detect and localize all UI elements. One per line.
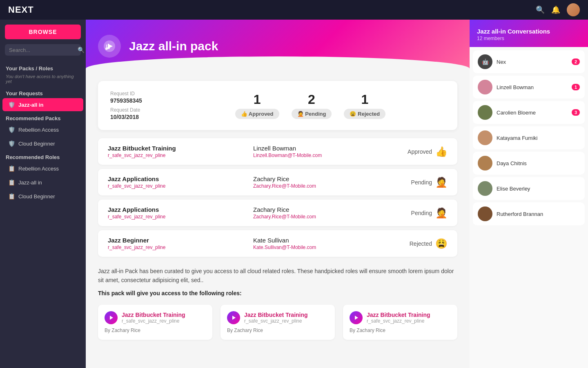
member-list: 🤖 Nex 2 Linzell Bowman 1 Carolien Bloeme… [470, 47, 588, 231]
svg-marker-8 [355, 316, 358, 320]
search-input[interactable] [9, 47, 78, 53]
pending-count: 2 [292, 92, 332, 107]
member-item[interactable]: Katayama Fumiki [473, 126, 585, 149]
member-avatar [478, 156, 492, 171]
member-item[interactable]: Daya Chitnis [473, 152, 585, 175]
main-layout: BROWSE 🔍 Your Packs / Roles You don't ha… [0, 20, 588, 368]
member-avatar [478, 181, 492, 196]
approval-title: Jazz Beginner [108, 237, 245, 244]
member-avatar [478, 206, 492, 221]
status-emoji: 👍 [435, 146, 448, 157]
pack-card-icon [227, 311, 240, 324]
request-id-label: Request ID [110, 91, 159, 96]
member-item[interactable]: Rutherford Brannan [473, 202, 585, 225]
rejected-count: 1 [344, 92, 385, 107]
approval-sub: r_safe_svc_jazz_rev_pline [108, 245, 245, 250]
sidebar-item-label: Jazz-all in [18, 180, 42, 186]
approved-stat: 1 👍 Approved [235, 92, 279, 119]
shield-icon: 🛡️ [8, 101, 15, 108]
role-icon: 📋 [8, 179, 15, 186]
svg-point-3 [107, 47, 110, 49]
member-name: Nex [497, 59, 568, 65]
sidebar-item-rebellion-access-role[interactable]: 📋 Rebellion Access [2, 162, 83, 175]
user-email: Linzell.Bowman@T-Mobile.com [253, 153, 390, 158]
member-badge: 2 [572, 58, 580, 65]
approval-row: Jazz Beginner r_safe_svc_jazz_rev_pline … [98, 230, 457, 257]
members-count: 12 members [477, 36, 581, 41]
pack-icon: 🛡️ [8, 126, 15, 133]
search-box: 🔍 [5, 44, 81, 56]
member-name: Linzell Bowman [497, 84, 568, 90]
pack-icon: 🛡️ [8, 140, 15, 147]
member-name: Elise Beverley [497, 186, 580, 192]
pack-card-sub: r_safe_svc_jazz_rev_pline [244, 318, 308, 324]
description-text: Jazz all-in Pack has been curated to giv… [98, 267, 457, 285]
member-avatar [478, 80, 492, 94]
pack-card-title-text: Jazz Bitbucket Training r_safe_svc_jazz_… [122, 312, 185, 324]
hero-icon [98, 35, 121, 58]
notification-icon[interactable]: 🔔 [551, 5, 560, 14]
sidebar-item-label: Cloud Beginner [18, 141, 55, 147]
member-name: Rutherford Brannan [497, 211, 580, 217]
pack-card[interactable]: Jazz Bitbucket Training r_safe_svc_jazz_… [98, 305, 212, 340]
approval-status: Pending 🤦 [399, 207, 448, 219]
pack-card[interactable]: Jazz Bitbucket Training r_safe_svc_jazz_… [220, 305, 335, 340]
sidebar-item-cloud-beginner-role[interactable]: 📋 Cloud Beginner [2, 190, 83, 203]
app-logo[interactable]: NEXT [8, 4, 34, 15]
svg-marker-7 [232, 316, 236, 320]
member-avatar [478, 130, 492, 145]
pack-cards: Jazz Bitbucket Training r_safe_svc_jazz_… [98, 305, 457, 340]
sidebar-item-cloud-beginner-pack[interactable]: 🛡️ Cloud Beginner [2, 137, 83, 150]
your-packs-roles-label: Your Packs / Roles [0, 62, 86, 73]
pack-card-sub: r_safe_svc_jazz_rev_pline [367, 318, 430, 324]
member-item[interactable]: Carolien Bloeme 3 [473, 101, 585, 124]
approval-sub: r_safe_svc_jazz_rev_pline [108, 214, 245, 220]
hero-title: Jazz all-in pack [129, 39, 218, 53]
member-item[interactable]: 🤖 Nex 2 [473, 50, 585, 73]
request-date-value: 10/03/2018 [110, 114, 159, 120]
hero-banner: Jazz all-in pack [86, 20, 470, 73]
browse-button[interactable]: BROWSE [5, 25, 81, 39]
approval-title: Jazz Applications [108, 206, 245, 213]
user-name: Zachary Rice [253, 175, 390, 182]
sidebar-item-jazz-all-in-role[interactable]: 📋 Jazz-all in [2, 176, 83, 189]
logo-text: NEXT [8, 4, 34, 15]
stats-row: 1 👍 Approved 2 🤦 Pending 1 😩 Rejected [176, 92, 445, 119]
member-badge: 3 [572, 109, 580, 116]
status-text: Pending [411, 210, 432, 216]
topnav-right: 🔍 🔔 [536, 3, 580, 16]
pending-stat: 2 🤦 Pending [292, 92, 332, 119]
right-panel: Jazz all-in Conversations 12 members 🤖 N… [470, 20, 588, 368]
status-text: Pending [411, 179, 432, 186]
user-name: Zachary Rice [253, 206, 390, 213]
user-email: Zachary.Rice@T-Mobile.com [253, 214, 390, 220]
approval-role-info: Jazz Bitbucket Training r_safe_svc_jazz_… [108, 145, 245, 158]
approval-status: Rejected 😩 [399, 238, 448, 249]
member-item[interactable]: Elise Beverley [473, 177, 585, 200]
sidebar-item-jazz-all-in[interactable]: 🛡️ Jazz-all in [2, 98, 83, 111]
approval-user-info: Zachary Rice Zachary.Rice@T-Mobile.com [253, 206, 390, 220]
status-emoji: 🤦 [435, 177, 448, 188]
pack-card[interactable]: Jazz Bitbucket Training r_safe_svc_jazz_… [343, 305, 457, 340]
member-item[interactable]: Linzell Bowman 1 [473, 76, 585, 99]
pack-card-header: Jazz Bitbucket Training r_safe_svc_jazz_… [105, 311, 206, 324]
user-email: Kate.Sullivan@T-Mobile.com [253, 245, 390, 250]
pack-card-by: By Zachary Rice [227, 328, 328, 333]
approval-row: Jazz Applications r_safe_svc_jazz_rev_pl… [98, 169, 457, 195]
right-panel-header: Jazz all-in Conversations 12 members [470, 20, 588, 47]
user-name: Kate Sullivan [253, 237, 390, 244]
user-email: Zachary.Rice@T-Mobile.com [253, 183, 390, 189]
member-avatar [478, 105, 492, 120]
pack-card-title-text: Jazz Bitbucket Training r_safe_svc_jazz_… [367, 312, 430, 324]
status-text: Approved [408, 148, 432, 155]
approval-title: Jazz Applications [108, 175, 245, 182]
approval-status: Approved 👍 [399, 146, 448, 157]
request-info: Request ID 9759358345 Request Date 10/03… [110, 91, 159, 120]
pack-card-title: Jazz Bitbucket Training [367, 312, 430, 318]
sidebar-item-label: Cloud Beginner [18, 193, 55, 200]
user-avatar[interactable] [567, 3, 580, 16]
sidebar-item-rebellion-access-pack[interactable]: 🛡️ Rebellion Access [2, 123, 83, 136]
search-icon[interactable]: 🔍 [536, 5, 545, 14]
no-access-text: You don't have access to anything yet [0, 73, 86, 87]
description-section: Jazz all-in Pack has been curated to giv… [98, 267, 457, 296]
